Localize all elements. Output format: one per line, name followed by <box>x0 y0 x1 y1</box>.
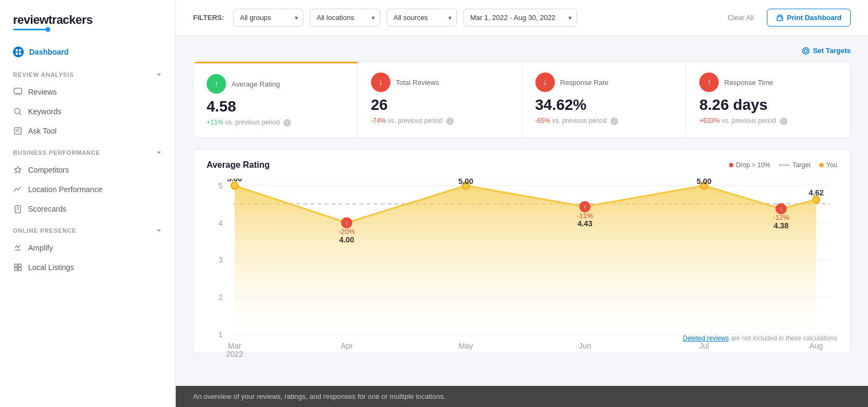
printer-icon <box>776 14 784 22</box>
svg-text:2: 2 <box>218 293 223 301</box>
total-reviews-card: ↓ Total Reviews 26 -74% vs. previous per… <box>358 62 522 137</box>
date-filter-wrapper: Mar 1, 2022 - Aug 30, 2022 <box>463 9 577 27</box>
date-filter[interactable]: Mar 1, 2022 - Aug 30, 2022 <box>463 9 577 27</box>
total-reviews-change: -74% vs. previous period i <box>371 117 509 125</box>
response-time-icon: ↑ <box>699 73 719 92</box>
clear-all-link[interactable]: Clear All <box>727 14 753 22</box>
response-rate-title: Response Rate <box>560 78 609 87</box>
chart-legend: Drop > 10% Target You <box>729 161 837 169</box>
response-time-info[interactable]: i <box>780 117 787 125</box>
chart-svg: 5 4 3 2 1 <box>207 179 837 361</box>
locations-filter-wrapper: All locations <box>310 9 380 27</box>
sidebar-item-amplify[interactable]: Amplify <box>0 238 175 258</box>
sidebar-item-competitors[interactable]: Competitors <box>0 160 175 180</box>
main-content: FILTERS: All groups All locations All so… <box>176 0 868 407</box>
groups-filter-wrapper: All groups <box>233 9 303 27</box>
amplify-icon <box>13 243 23 253</box>
svg-text:4.00: 4.00 <box>339 235 354 244</box>
sidebar-item-local-listings[interactable]: Local Listings <box>0 258 175 277</box>
section-online-presence[interactable]: ONLINE PRESENCE <box>0 219 175 238</box>
svg-rect-1 <box>19 49 21 51</box>
sidebar: reviewtrackers Dashboard REVIEW ANALYSIS… <box>0 0 176 407</box>
reviews-icon <box>13 87 23 97</box>
locations-filter[interactable]: All locations <box>310 9 380 27</box>
sidebar-item-reviews[interactable]: Reviews <box>0 82 175 102</box>
svg-point-5 <box>15 108 20 114</box>
drop-icon <box>729 163 733 167</box>
print-dashboard-button[interactable]: Print Dashboard <box>767 9 851 27</box>
sidebar-item-ask-tool[interactable]: Ask Tool <box>0 121 175 141</box>
svg-text:5: 5 <box>218 181 223 190</box>
target-icon <box>779 165 790 166</box>
svg-text:Jul: Jul <box>699 342 709 350</box>
legend-target: Target <box>779 161 810 169</box>
svg-text:Mar: Mar <box>228 342 242 350</box>
svg-text:-11%: -11% <box>577 212 593 220</box>
svg-rect-6 <box>15 128 21 134</box>
sidebar-item-dashboard[interactable]: Dashboard <box>0 41 175 63</box>
svg-text:4: 4 <box>218 219 223 227</box>
svg-marker-31 <box>235 186 816 334</box>
gear-icon <box>802 47 810 55</box>
chart-title: Average Rating <box>207 160 270 170</box>
dashboard-icon <box>13 47 24 57</box>
response-time-value: 8.26 days <box>699 96 837 114</box>
local-listings-icon <box>13 262 23 272</box>
avg-rating-value: 4.58 <box>207 98 344 115</box>
scorecards-icon <box>13 204 23 214</box>
svg-text:5.00: 5.00 <box>458 179 473 186</box>
svg-text:-12%: -12% <box>773 213 790 221</box>
response-rate-value: 34.62% <box>535 96 673 114</box>
svg-text:May: May <box>459 342 474 350</box>
avg-rating-change: +11% vs. previous period i <box>207 119 344 127</box>
legend-drop: Drop > 10% <box>729 161 771 169</box>
sources-filter-wrapper: All sources <box>387 9 457 27</box>
total-reviews-title: Total Reviews <box>396 78 439 87</box>
response-rate-info[interactable]: i <box>611 117 618 125</box>
keywords-icon <box>13 107 23 116</box>
svg-rect-3 <box>19 52 21 55</box>
response-time-title: Response Time <box>724 78 773 87</box>
sidebar-item-scorecards[interactable]: Scorecards <box>0 199 175 219</box>
svg-point-18 <box>804 49 807 52</box>
response-time-card: ↑ Response Time 8.26 days +633% vs. prev… <box>686 62 850 137</box>
svg-text:4.43: 4.43 <box>578 219 593 228</box>
filters-label: FILTERS: <box>193 14 224 22</box>
svg-rect-14 <box>15 268 17 271</box>
svg-point-32 <box>231 182 238 189</box>
svg-rect-2 <box>16 52 18 55</box>
svg-text:2022: 2022 <box>226 350 243 358</box>
svg-text:Jun: Jun <box>579 342 591 350</box>
svg-text:4.38: 4.38 <box>773 221 789 230</box>
svg-rect-0 <box>16 49 18 51</box>
response-rate-card: ↓ Response Rate 34.62% -65% vs. previous… <box>522 62 687 137</box>
svg-text:3: 3 <box>218 255 223 264</box>
svg-text:Aug: Aug <box>809 342 823 350</box>
total-reviews-info[interactable]: i <box>446 117 454 125</box>
groups-filter[interactable]: All groups <box>233 9 303 27</box>
footer-bar: An overview of your reviews, ratings, an… <box>176 386 868 407</box>
response-rate-change: -65% vs. previous period i <box>535 117 673 125</box>
avg-rating-card: ↑ Average Rating 4.58 +11% vs. previous … <box>194 62 358 137</box>
sidebar-item-keywords[interactable]: Keywords <box>0 102 175 121</box>
avg-rating-title: Average Rating <box>231 80 280 88</box>
svg-rect-13 <box>18 264 21 267</box>
sidebar-item-location-performance[interactable]: Location Performance <box>0 180 175 199</box>
svg-text:4.62: 4.62 <box>809 188 824 197</box>
set-targets-button[interactable]: Set Targets <box>802 47 851 55</box>
section-business-performance[interactable]: BUSINESS PERFORMANCE <box>0 141 175 160</box>
logo-text: reviewtrackers <box>13 13 92 27</box>
svg-point-19 <box>803 48 809 54</box>
avg-rating-info[interactable]: i <box>283 119 291 127</box>
topbar: FILTERS: All groups All locations All so… <box>176 0 868 36</box>
total-reviews-icon: ↓ <box>371 73 390 92</box>
svg-text:!: ! <box>584 205 586 211</box>
ask-tool-icon <box>13 126 23 136</box>
avg-rating-icon: ↑ <box>207 74 226 94</box>
svg-text:!: ! <box>346 221 348 227</box>
svg-point-38 <box>813 196 820 203</box>
svg-text:!: ! <box>780 207 782 213</box>
section-review-analysis[interactable]: REVIEW ANALYSIS <box>0 63 175 82</box>
svg-rect-4 <box>14 88 22 94</box>
sources-filter[interactable]: All sources <box>387 9 457 27</box>
